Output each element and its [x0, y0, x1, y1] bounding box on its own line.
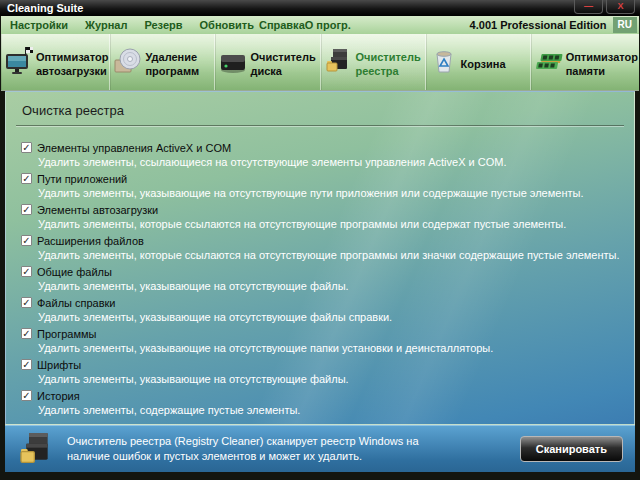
startup-optimizer-icon	[4, 46, 34, 76]
registry-cleaner-icon	[324, 46, 354, 76]
item-description: Удалить элементы, указывающие на отсутст…	[38, 187, 630, 200]
checkbox-history[interactable]: ✓	[21, 390, 32, 401]
edition-label: 4.001 Professional Edition	[470, 19, 607, 31]
menu-settings[interactable]: Настройки	[10, 19, 68, 31]
disk-cleaner-icon	[218, 46, 248, 76]
checkbox-startup-entries[interactable]: ✓	[21, 204, 32, 215]
list-item-history: ✓ История Удалить элементы, содержащие п…	[21, 388, 630, 417]
item-description: Удалить элементы, содержащие пустые элем…	[38, 404, 630, 417]
tab-label: Очиститель диска	[250, 51, 318, 79]
registry-clean-panel: Очистка реестра ✓ Элементы управления Ac…	[5, 91, 635, 425]
tab-bar: Оптимизатор автозагрузки Удаление програ…	[1, 34, 639, 91]
list-item-file-extensions: ✓ Расширения файлов Удалить элементы, ко…	[21, 233, 630, 262]
item-description: Удалить элементы, указывающие на отсутст…	[38, 311, 630, 324]
list-item-startup-entries: ✓ Элементы автозагрузки Удалить элементы…	[21, 202, 630, 231]
item-label: Элементы управления ActiveX и COM	[37, 142, 231, 154]
item-description: Удалить элементы, указывающие на отсутст…	[38, 373, 630, 386]
checkbox-file-extensions[interactable]: ✓	[21, 235, 32, 246]
checkbox-fonts[interactable]: ✓	[21, 359, 32, 370]
item-label: Общие файлы	[37, 266, 112, 278]
item-description: Удалить элементы, которые ссылаются на о…	[38, 249, 630, 262]
tab-memory-optimizer[interactable]: Оптимизатор памяти	[531, 34, 639, 90]
uninstall-icon	[113, 46, 143, 76]
checkbox-shared-files[interactable]: ✓	[21, 266, 32, 277]
footer-description: Очиститель реестра (Registry Cleaner) ск…	[67, 434, 432, 464]
item-label: Шрифты	[37, 359, 81, 371]
menu-help[interactable]: Справка	[259, 19, 305, 31]
list-item-programs: ✓ Программы Удалить элементы, указывающи…	[21, 326, 630, 355]
language-badge[interactable]: RU	[613, 17, 637, 33]
tab-label: Оптимизатор памяти	[566, 51, 638, 79]
app-window: Cleaning Suite — X Настройки Журнал Резе…	[0, 0, 640, 480]
menu-bar: Настройки Журнал Резерв Обновить Справка…	[1, 16, 639, 34]
minimize-button[interactable]: —	[574, 0, 603, 14]
item-label: Программы	[37, 328, 96, 340]
item-description: Удалить элементы, ссылающиеся на отсутст…	[38, 156, 630, 169]
window-title: Cleaning Suite	[7, 2, 83, 14]
scan-button[interactable]: Сканировать	[520, 436, 623, 462]
title-bar: Cleaning Suite — X	[0, 0, 640, 16]
tab-label: Корзина	[461, 58, 506, 72]
item-label: История	[37, 390, 80, 402]
tab-label: Оптимизатор автозагрузки	[36, 51, 108, 79]
tab-uninstall-programs[interactable]: Удаление программ	[110, 34, 215, 90]
tab-startup-optimizer[interactable]: Оптимизатор автозагрузки	[1, 34, 110, 90]
list-item-app-paths: ✓ Пути приложений Удалить элементы, указ…	[21, 171, 630, 200]
menu-bar-right: 4.001 Professional Edition RU	[470, 17, 637, 33]
page-title: Очистка реестра	[6, 92, 634, 125]
tab-registry-cleaner[interactable]: Очиститель реестра	[321, 34, 426, 90]
item-description: Удалить элементы, указывающие на отсутст…	[38, 280, 630, 293]
tab-recycle-bin[interactable]: Корзина	[426, 34, 531, 90]
item-description: Удалить элементы, которые ссылаются на о…	[38, 218, 630, 231]
tab-disk-cleaner[interactable]: Очиститель диска	[215, 34, 320, 90]
close-button[interactable]: X	[606, 0, 635, 14]
checkbox-activex[interactable]: ✓	[21, 142, 32, 153]
list-item-activex: ✓ Элементы управления ActiveX и COM Удал…	[21, 140, 630, 169]
checkbox-programs[interactable]: ✓	[21, 328, 32, 339]
window-controls: — X	[574, 0, 635, 14]
registry-cleaner-footer-icon	[17, 429, 57, 469]
recycle-bin-icon	[429, 46, 459, 76]
footer-bar: Очиститель реестра (Registry Cleaner) ск…	[5, 425, 635, 472]
list-item-help-files: ✓ Файлы справки Удалить элементы, указыв…	[21, 295, 630, 324]
tab-label: Очиститель реестра	[356, 51, 424, 79]
tab-label: Удаление программ	[145, 51, 213, 79]
item-label: Пути приложений	[37, 173, 127, 185]
item-description: Удалить элементы, указывающие на отсутст…	[38, 342, 630, 355]
item-label: Расширения файлов	[37, 235, 144, 247]
menu-backup[interactable]: Резерв	[144, 19, 182, 31]
item-label: Элементы автозагрузки	[37, 204, 158, 216]
list-item-shared-files: ✓ Общие файлы Удалить элементы, указываю…	[21, 264, 630, 293]
memory-optimizer-icon	[534, 46, 564, 76]
registry-options-list: ✓ Элементы управления ActiveX и COM Удал…	[6, 127, 634, 417]
item-label: Файлы справки	[37, 297, 116, 309]
menu-about[interactable]: О прогр.	[305, 19, 351, 31]
menu-update[interactable]: Обновить	[200, 19, 254, 31]
checkbox-help-files[interactable]: ✓	[21, 297, 32, 308]
menu-journal[interactable]: Журнал	[85, 19, 127, 31]
list-item-fonts: ✓ Шрифты Удалить элементы, указывающие н…	[21, 357, 630, 386]
checkbox-app-paths[interactable]: ✓	[21, 173, 32, 184]
